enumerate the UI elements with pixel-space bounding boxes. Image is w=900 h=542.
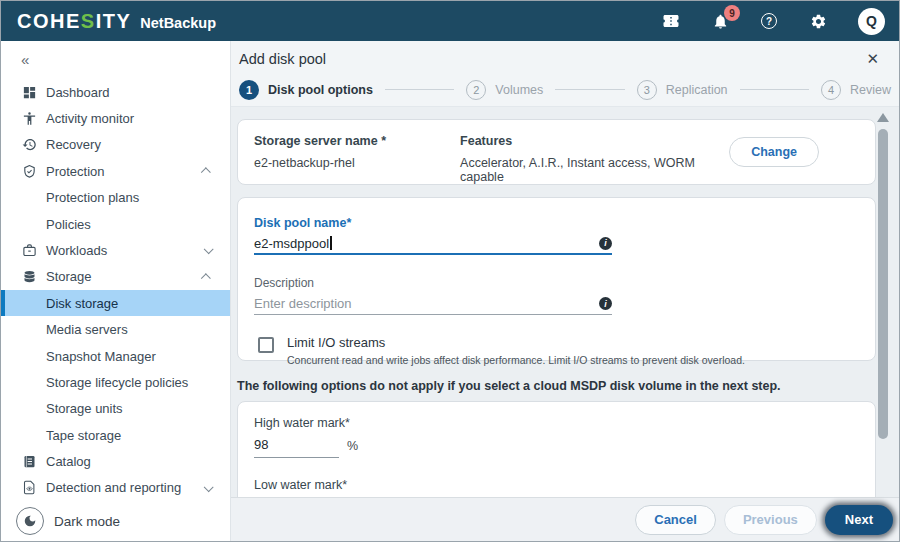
limit-io-streams-row: Limit I/O streams Concurrent read and wr… — [254, 335, 859, 366]
sidebar-item-workloads[interactable]: Workloads — [1, 237, 230, 263]
disk-pool-name-label: Disk pool name* — [254, 216, 612, 230]
sidebar-item-storage-units[interactable]: Storage units — [1, 396, 230, 422]
sidebar-item-activity-monitor[interactable]: Activity monitor — [1, 105, 230, 131]
high-water-mark-input[interactable]: 98 — [254, 434, 339, 458]
step-label: Review — [850, 83, 891, 97]
features-value: Accelerator, A.I.R., Instant access, WOR… — [460, 156, 729, 184]
notifications-bell-icon[interactable]: 9 — [711, 12, 729, 30]
disk-pool-card: Disk pool name* e2-msdppool i Descriptio… — [237, 197, 876, 361]
chevron-down-icon — [204, 482, 213, 491]
sidebar-item-label: Disk storage — [46, 296, 118, 311]
wizard-stepper: 1 Disk pool options 2 Volumes 3 Replicat… — [231, 77, 899, 107]
dark-mode-toggle[interactable]: Dark mode — [1, 501, 230, 541]
user-avatar[interactable]: Q — [858, 8, 885, 35]
sidebar-item-label: Dashboard — [46, 85, 110, 100]
topbar-actions: 9 ? Q — [662, 8, 889, 35]
notification-badge: 9 — [724, 5, 740, 21]
next-button[interactable]: Next — [825, 505, 893, 535]
cohesity-wordmark: COHESITY — [17, 10, 131, 33]
catalog-book-icon — [21, 453, 38, 470]
sidebar-item-label: Storage lifecycle policies — [46, 375, 188, 390]
storage-server-name-label: Storage server name * — [254, 134, 460, 148]
sidebar-item-label: Storage — [46, 269, 92, 284]
sidebar-item-tape-storage[interactable]: Tape storage — [1, 422, 230, 448]
sidebar-nav: Dashboard Activity monitor Recovery Prot… — [1, 79, 230, 501]
license-ticket-icon[interactable] — [662, 12, 680, 30]
info-icon[interactable]: i — [599, 237, 612, 250]
step-number: 2 — [466, 80, 486, 100]
chevron-up-icon — [201, 274, 210, 283]
sidebar-item-label: Protection plans — [46, 190, 139, 205]
brand-logo: COHESITY NetBackup — [17, 10, 216, 33]
database-icon — [21, 268, 38, 285]
limit-io-streams-checkbox[interactable] — [258, 337, 274, 353]
high-water-mark-label: High water mark* — [254, 416, 859, 430]
sidebar-item-label: Workloads — [46, 243, 107, 258]
sidebar-item-label: Catalog — [46, 454, 91, 469]
document-eye-icon — [21, 479, 38, 496]
text-cursor — [330, 236, 332, 250]
cloud-msdp-note: The following options do not apply if yo… — [237, 379, 874, 393]
step-connector — [385, 89, 454, 90]
description-placeholder: Enter description — [254, 296, 352, 311]
sidebar-item-media-servers[interactable]: Media servers — [1, 316, 230, 342]
step-number: 3 — [637, 80, 657, 100]
shield-check-icon — [21, 163, 38, 180]
limit-io-streams-label: Limit I/O streams — [287, 335, 745, 350]
sidebar-item-recovery[interactable]: Recovery — [1, 132, 230, 158]
briefcase-icon — [21, 242, 38, 259]
previous-button[interactable]: Previous — [724, 505, 817, 535]
sidebar-item-label: Detection and reporting — [46, 480, 181, 495]
cancel-button[interactable]: Cancel — [635, 505, 716, 535]
help-icon[interactable]: ? — [760, 12, 778, 30]
sidebar-item-storage-lifecycle-policies[interactable]: Storage lifecycle policies — [1, 369, 230, 395]
sidebar-item-disk-storage[interactable]: Disk storage — [1, 290, 230, 316]
description-input[interactable]: Enter description i — [254, 293, 612, 315]
sidebar-item-catalog[interactable]: Catalog — [1, 448, 230, 474]
sidebar-item-policies[interactable]: Policies — [1, 211, 230, 237]
sidebar-item-label: Activity monitor — [46, 111, 134, 126]
history-clock-icon — [21, 136, 38, 153]
change-button[interactable]: Change — [729, 137, 819, 167]
features-label: Features — [460, 134, 729, 148]
wizard-content: Storage server name * e2-netbackup-rhel … — [231, 107, 899, 497]
info-icon[interactable]: i — [599, 297, 612, 310]
storage-server-name-value: e2-netbackup-rhel — [254, 156, 460, 170]
sidebar-item-label: Snapshot Manager — [46, 349, 156, 364]
add-disk-pool-panel: Add disk pool ✕ 1 Disk pool options 2 Vo… — [231, 41, 899, 541]
content-scrollbar[interactable] — [877, 113, 889, 535]
sidebar-item-snapshot-manager[interactable]: Snapshot Manager — [1, 343, 230, 369]
description-label: Description — [254, 276, 612, 290]
scrollbar-thumb[interactable] — [878, 129, 888, 439]
sidebar-item-label: Media servers — [46, 322, 128, 337]
sidebar: « Dashboard Activity monitor Recovery Pr… — [1, 41, 231, 541]
settings-gear-icon[interactable] — [809, 12, 827, 30]
storage-server-card: Storage server name * e2-netbackup-rhel … — [237, 119, 876, 185]
sidebar-item-protection[interactable]: Protection — [1, 158, 230, 184]
close-icon[interactable]: ✕ — [862, 48, 883, 70]
step-number: 1 — [239, 80, 259, 100]
application-window: COHESITY NetBackup 9 ? Q « — [0, 0, 900, 542]
step-review: 4 Review — [821, 80, 891, 100]
scroll-up-arrow-icon[interactable] — [877, 113, 889, 122]
sidebar-item-label: Recovery — [46, 137, 101, 152]
activity-person-icon — [21, 110, 38, 127]
sidebar-item-dashboard[interactable]: Dashboard — [1, 79, 230, 105]
sidebar-item-protection-plans[interactable]: Protection plans — [1, 184, 230, 210]
step-label: Disk pool options — [268, 83, 373, 97]
step-volumes: 2 Volumes — [466, 80, 543, 100]
step-replication: 3 Replication — [637, 80, 728, 100]
dark-mode-label: Dark mode — [54, 514, 120, 529]
step-disk-pool-options: 1 Disk pool options — [239, 80, 373, 100]
disk-pool-name-input[interactable]: e2-msdppool i — [254, 233, 612, 255]
sidebar-item-label: Storage units — [46, 401, 123, 416]
sidebar-item-detection-and-reporting[interactable]: Detection and reporting — [1, 475, 230, 501]
wizard-footer: Cancel Previous Next — [231, 497, 899, 541]
chevron-up-icon — [201, 168, 210, 177]
step-label: Volumes — [495, 83, 543, 97]
chevron-down-icon — [204, 244, 213, 253]
collapse-chevrons-icon: « — [21, 51, 29, 68]
sidebar-item-storage[interactable]: Storage — [1, 264, 230, 290]
sidebar-item-label: Policies — [46, 217, 91, 232]
sidebar-collapse-button[interactable]: « — [1, 41, 230, 79]
